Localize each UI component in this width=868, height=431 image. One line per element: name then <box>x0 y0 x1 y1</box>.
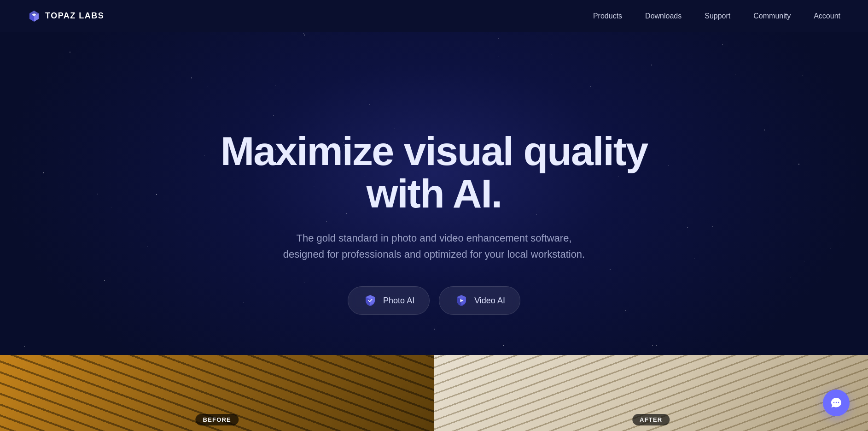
nav-support[interactable]: Support <box>705 12 730 20</box>
preview-after: AFTER <box>434 355 868 431</box>
chat-icon <box>830 396 843 409</box>
video-ai-icon-wrap <box>454 293 469 308</box>
nav-products[interactable]: Products <box>593 12 622 20</box>
before-label: BEFORE <box>196 414 239 425</box>
hero-buttons: Photo AI Video AI <box>348 286 520 315</box>
photo-ai-button[interactable]: Photo AI <box>348 286 430 315</box>
hero-content: Maximize visual quality with AI. The gol… <box>163 130 706 315</box>
nav-community[interactable]: Community <box>753 12 791 20</box>
preview-strip: BEFORE AFTER <box>0 355 868 431</box>
photo-ai-label: Photo AI <box>383 296 414 306</box>
photo-ai-icon <box>364 295 376 307</box>
hero-title: Maximize visual quality with AI. <box>181 130 687 215</box>
nav-account[interactable]: Account <box>814 12 840 20</box>
video-ai-label: Video AI <box>474 296 505 306</box>
after-label: AFTER <box>632 414 670 425</box>
preview-before: BEFORE <box>0 355 434 431</box>
chat-support-button[interactable] <box>823 390 850 416</box>
hero-subtitle-line2: designed for professionals and optimized… <box>283 248 585 260</box>
svg-point-2 <box>836 402 837 403</box>
video-ai-icon <box>455 295 467 307</box>
hero-subtitle-line1: The gold standard in photo and video enh… <box>296 232 571 244</box>
svg-point-1 <box>833 402 835 403</box>
video-ai-button[interactable]: Video AI <box>439 286 520 315</box>
logo[interactable]: TOPAZ LABS <box>28 10 104 23</box>
nav-links: Products Downloads Support Community Acc… <box>593 12 840 20</box>
hero-subtitle: The gold standard in photo and video enh… <box>283 230 585 262</box>
photo-ai-icon-wrap <box>363 293 378 308</box>
topaz-logo-icon <box>28 10 41 23</box>
navbar: TOPAZ LABS Products Downloads Support Co… <box>0 0 868 32</box>
logo-text: TOPAZ LABS <box>45 11 104 21</box>
nav-downloads[interactable]: Downloads <box>645 12 682 20</box>
hero-section: Maximize visual quality with AI. The gol… <box>0 0 868 431</box>
svg-point-3 <box>838 402 839 403</box>
